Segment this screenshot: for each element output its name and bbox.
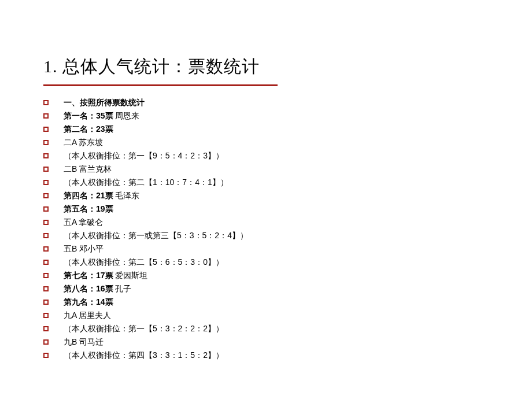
list-item: 第九名：14票 xyxy=(43,296,489,308)
list-item-text: 二B 富兰克林 xyxy=(64,163,112,175)
list-item: （本人权衡排位：第一【9：5：4：2：3】） xyxy=(43,150,489,162)
list-item-text: （本人权衡排位：第二【5：6：5：3：0】） xyxy=(64,256,224,268)
list-item-bold: 第四名：21票 xyxy=(64,191,115,200)
list-item-normal: 周恩来 xyxy=(115,111,139,120)
list-item-normal: 孔子 xyxy=(115,284,131,293)
bullet-square-icon xyxy=(43,206,49,212)
list-item-text: 五A 拿破仑 xyxy=(64,216,103,228)
list-item: 第七名：17票 爱因斯坦 xyxy=(43,269,489,282)
list-item: （本人权衡排位：第四【3：3：1：5：2】） xyxy=(43,349,489,361)
list-item-text: 第五名：19票 xyxy=(64,203,113,215)
list-item: （本人权衡排位：第一【5：3：2：2：2】） xyxy=(43,323,489,335)
list-item-text: （本人权衡排位：第一【5：3：2：2：2】） xyxy=(64,323,224,335)
bullet-square-icon xyxy=(43,180,49,185)
list-item-normal: （本人权衡排位：第一或第三【5：3：5：2：4】） xyxy=(64,231,248,240)
list-item-bold: 第九名：14票 xyxy=(64,297,113,306)
list-item-text: （本人权衡排位：第一【9：5：4：2：3】） xyxy=(64,150,224,162)
list-item: 九A 居里夫人 xyxy=(43,309,489,322)
list-item-normal: 五A 拿破仑 xyxy=(64,217,103,227)
list-item: （本人权衡排位：第二【5：6：5：3：0】） xyxy=(43,256,489,268)
list-item-normal: 五B 邓小平 xyxy=(64,244,104,253)
list-item-text: 第四名：21票 毛泽东 xyxy=(64,190,139,202)
bullet-square-icon xyxy=(43,127,49,132)
list-item: 第八名：16票 孔子 xyxy=(43,283,489,295)
list-item-text: 九B 司马迁 xyxy=(64,336,104,348)
list-item: 第四名：21票 毛泽东 xyxy=(43,190,489,202)
list-item-text: 第八名：16票 孔子 xyxy=(64,283,131,295)
title-area: 1. 总体人气统计：票数统计 xyxy=(0,0,532,86)
list-item-normal: 爱因斯坦 xyxy=(115,271,147,280)
list-item-bold: 第二名：23票 xyxy=(64,124,113,134)
list-item-normal: （本人权衡排位：第一【9：5：4：2：3】） xyxy=(64,151,224,160)
bullet-square-icon xyxy=(43,339,49,345)
list-item: （本人权衡排位：第一或第三【5：3：5：2：4】） xyxy=(43,230,489,242)
list-item-normal: （本人权衡排位：第二【5：6：5：3：0】） xyxy=(64,257,224,267)
bullet-square-icon xyxy=(43,286,49,291)
list-item: 一、按照所得票数统计 xyxy=(43,97,489,109)
bullet-square-icon xyxy=(43,353,49,358)
list-item-bold: 第八名：16票 xyxy=(64,284,115,293)
list-item-normal: 二A 苏东坡 xyxy=(64,138,103,147)
list-item-bold: 第一名：35票 xyxy=(64,111,115,120)
list-item-text: 第一名：35票 周恩来 xyxy=(64,110,139,122)
list-item-text: 二A 苏东坡 xyxy=(64,136,103,149)
list-item-text: 第九名：14票 xyxy=(64,296,113,308)
list-item-normal: 九A 居里夫人 xyxy=(64,311,111,320)
bullet-square-icon xyxy=(43,273,49,278)
bullet-square-icon xyxy=(43,233,49,238)
list-item-normal: 毛泽东 xyxy=(115,191,139,200)
bullet-square-icon xyxy=(43,326,49,331)
list-item-text: 九A 居里夫人 xyxy=(64,309,111,322)
list-item: 二A 苏东坡 xyxy=(43,136,489,149)
bullet-square-icon xyxy=(43,113,49,119)
list-item: 第一名：35票 周恩来 xyxy=(43,110,489,122)
bullet-square-icon xyxy=(43,300,49,305)
list-item-normal: （本人权衡排位：第一【5：3：2：2：2】） xyxy=(64,324,224,333)
slide: 1. 总体人气统计：票数统计 一、按照所得票数统计第一名：35票 周恩来第二名：… xyxy=(0,0,532,399)
bullet-square-icon xyxy=(43,153,49,158)
list-item-text: 第二名：23票 xyxy=(64,123,113,135)
list-item-text: （本人权衡排位：第四【3：3：1：5：2】） xyxy=(64,349,224,361)
bullet-square-icon xyxy=(43,167,49,172)
list-item-bold: 第五名：19票 xyxy=(64,204,113,213)
list-item: 第五名：19票 xyxy=(43,203,489,215)
list-item-normal: （本人权衡排位：第二【1：10：7：4：1】） xyxy=(64,178,228,187)
bullet-square-icon xyxy=(43,246,49,252)
bullet-square-icon xyxy=(43,193,49,198)
slide-title: 1. 总体人气统计：票数统计 xyxy=(43,55,489,79)
bullet-square-icon xyxy=(43,220,49,225)
list-item-normal: 二B 富兰克林 xyxy=(64,164,112,173)
list-item-normal: 九B 司马迁 xyxy=(64,337,104,346)
list-item-text: 五B 邓小平 xyxy=(64,243,104,255)
list-item-bold: 一、按照所得票数统计 xyxy=(64,98,145,107)
list-item: 二B 富兰克林 xyxy=(43,163,489,175)
list-item-bold: 第七名：17票 xyxy=(64,271,115,280)
bullet-square-icon xyxy=(43,313,49,318)
list-item: （本人权衡排位：第二【1：10：7：4：1】） xyxy=(43,176,489,189)
list-item-text: （本人权衡排位：第二【1：10：7：4：1】） xyxy=(64,176,228,189)
bullet-square-icon xyxy=(43,140,49,145)
list-item: 五B 邓小平 xyxy=(43,243,489,255)
content-area: 一、按照所得票数统计第一名：35票 周恩来第二名：23票二A 苏东坡（本人权衡排… xyxy=(0,86,532,361)
list-item-normal: （本人权衡排位：第四【3：3：1：5：2】） xyxy=(64,350,224,360)
bullet-square-icon xyxy=(43,100,49,105)
list-item-text: 第七名：17票 爱因斯坦 xyxy=(64,269,147,282)
list-item: 五A 拿破仑 xyxy=(43,216,489,228)
list-item-text: （本人权衡排位：第一或第三【5：3：5：2：4】） xyxy=(64,230,248,242)
bullet-square-icon xyxy=(43,260,49,265)
list-item: 第二名：23票 xyxy=(43,123,489,135)
list-item-text: 一、按照所得票数统计 xyxy=(64,97,145,109)
list-item: 九B 司马迁 xyxy=(43,336,489,348)
